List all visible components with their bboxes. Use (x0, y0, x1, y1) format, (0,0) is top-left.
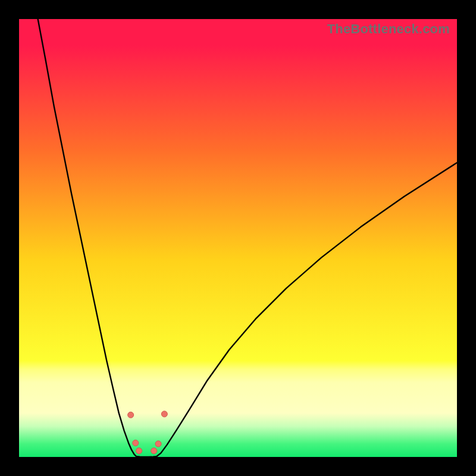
curves-layer (19, 19, 457, 457)
data-marker-4 (155, 441, 161, 447)
chart-frame: TheBottleneck.com (0, 0, 476, 476)
series-valley-floor (136, 456, 156, 457)
data-marker-3 (151, 448, 157, 454)
data-marker-1 (133, 440, 139, 446)
plot-area: TheBottleneck.com (19, 19, 457, 457)
data-marker-2 (136, 448, 142, 454)
series-left-branch (38, 19, 137, 456)
series-right-branch (156, 162, 457, 456)
data-marker-0 (128, 412, 134, 418)
data-marker-5 (161, 411, 167, 417)
